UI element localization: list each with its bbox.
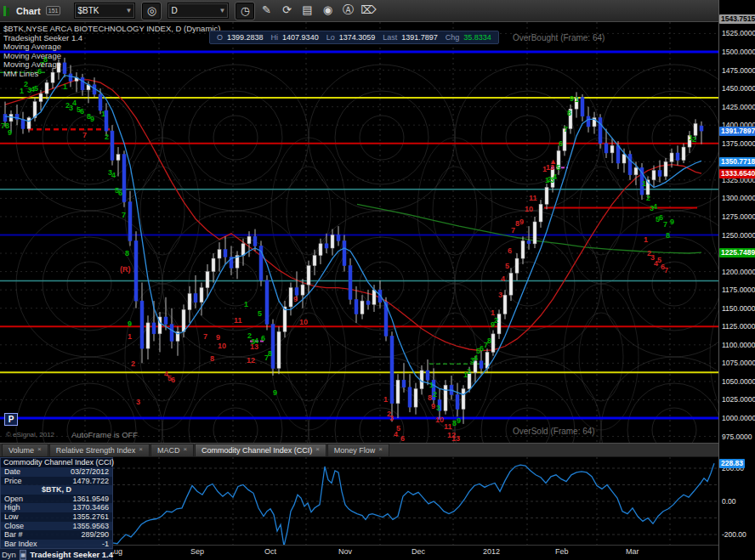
close-icon[interactable]: × (183, 445, 187, 453)
svg-text:8: 8 (487, 337, 491, 345)
tab-money-flow[interactable]: Money Flow × (327, 444, 389, 456)
price-tick: 1525.0000 (722, 29, 755, 37)
interval-value: D (171, 6, 177, 15)
main-chart-surface[interactable]: 7891234567812345689712345678(R)912345678… (0, 22, 718, 443)
chart-header-lines: $BTK,NYSE ARCA BIOTECHNOLOGY INDEX, D (D… (3, 25, 220, 78)
svg-text:1: 1 (642, 179, 646, 188)
price-tick: 1375.0000 (722, 139, 755, 148)
svg-text:6: 6 (171, 376, 175, 384)
svg-text:2: 2 (494, 316, 498, 325)
status-grid-icon[interactable]: ▦ (20, 550, 26, 560)
auto-a-icon[interactable]: Ⓐ (338, 2, 357, 19)
compass-target-icon[interactable]: ◎ (141, 2, 162, 20)
svg-text:9: 9 (216, 333, 220, 342)
svg-text:7: 7 (564, 125, 568, 133)
price-tick: 1200.0000 (722, 268, 755, 276)
close-icon[interactable]: × (139, 445, 143, 453)
price-axis: 1525.00001500.00001475.00001450.00001425… (718, 0, 755, 560)
svg-text:7: 7 (122, 211, 126, 219)
data-window-row: Bar #289/290 (1, 530, 112, 540)
price-tick: 1250.0000 (722, 231, 755, 240)
svg-text:13: 13 (451, 434, 460, 443)
price-tick: 1025.0000 (722, 395, 755, 404)
data-window-row: Bar Index-1 (1, 540, 112, 549)
header-line-5: MM Lines (3, 70, 220, 79)
svg-text:5: 5 (505, 262, 509, 270)
p-marker-badge[interactable]: P (4, 413, 18, 426)
svg-text:6: 6 (118, 189, 122, 197)
close-icon[interactable]: × (37, 445, 42, 453)
ohlc-item: Hi 1407.9340 (271, 33, 319, 42)
svg-text:9: 9 (90, 115, 94, 123)
svg-text:5: 5 (34, 84, 38, 93)
cci-tick: 0.00 (722, 497, 736, 506)
clock-icon[interactable]: ◷ (235, 2, 255, 20)
eraser-icon[interactable]: ⌦ (359, 2, 378, 19)
price-tick: 1500.0000 (722, 48, 755, 56)
close-icon[interactable]: × (378, 445, 383, 453)
svg-text:13: 13 (250, 342, 258, 351)
quote-window-icon[interactable]: ▤ (298, 2, 316, 19)
price-tick: 1450.0000 (722, 84, 755, 93)
tab-label: Money Flow (334, 446, 376, 455)
autoframe-status: AutoFrame is OFF (71, 430, 138, 439)
header-line-2: Moving Average (3, 42, 220, 52)
svg-text:2: 2 (131, 359, 135, 368)
svg-text:6: 6 (400, 434, 405, 443)
tab-commodity-channel-index-cci-[interactable]: Commodity Channel Index (CCI) × (195, 444, 326, 456)
interval-combo[interactable]: D ▼ (167, 3, 229, 19)
data-window-row: Low1355.2761 (1, 512, 112, 522)
svg-text:11: 11 (529, 194, 537, 202)
svg-text:7: 7 (82, 131, 87, 139)
svg-text:10: 10 (299, 318, 308, 326)
svg-text:(R): (R) (120, 265, 131, 274)
symbol-combo[interactable]: $BTK ▼ (74, 3, 135, 19)
app-candlestick-icon (3, 6, 9, 16)
ohlc-info-bar: O 1399.2838Hi 1407.9340Lo 1374.3059Last … (209, 31, 499, 44)
svg-text:2: 2 (646, 194, 650, 202)
svg-text:2: 2 (692, 135, 696, 144)
close-icon[interactable]: × (315, 445, 320, 453)
window-badge: 151 (46, 6, 61, 15)
svg-text:6: 6 (261, 334, 265, 342)
tab-volume[interactable]: Volume × (2, 444, 48, 456)
svg-text:10: 10 (435, 416, 444, 424)
oversold-label: OverSold (Frame: 64) (513, 427, 595, 436)
svg-text:1: 1 (429, 381, 434, 389)
data-window-row: Open1361.9549 (1, 495, 112, 504)
window-title: Chart (16, 6, 41, 16)
tab-macd[interactable]: MACD × (150, 444, 194, 456)
svg-text:7: 7 (663, 220, 667, 229)
svg-text:5: 5 (556, 163, 560, 172)
svg-text:9: 9 (570, 94, 574, 103)
header-line-4: Moving Average (3, 60, 220, 70)
svg-text:4: 4 (111, 171, 116, 179)
chevron-down-icon: ▼ (219, 7, 226, 14)
svg-text:8: 8 (125, 249, 129, 257)
refresh-icon[interactable]: ⟳ (277, 2, 296, 19)
svg-text:9: 9 (273, 388, 277, 397)
pencil-draw-icon[interactable]: ✎ (257, 2, 275, 19)
price-tick: 1075.0000 (722, 359, 755, 367)
data-window-row: Close1355.9563 (1, 522, 112, 531)
svg-text:3: 3 (136, 398, 140, 406)
tab-relative-strength-index[interactable]: Relative Strength Index × (49, 444, 150, 456)
axis-price-tag: 1391.7897 (719, 127, 755, 136)
svg-text:9: 9 (128, 320, 132, 328)
svg-text:8: 8 (268, 349, 272, 358)
svg-text:3: 3 (436, 404, 440, 412)
ohlc-item: Lo 1374.3059 (326, 33, 376, 42)
svg-text:11: 11 (234, 316, 242, 325)
play-circle-icon[interactable]: ◉ (318, 2, 337, 19)
svg-text:1: 1 (128, 332, 132, 341)
axis-high-tag: 1543.7515 (719, 14, 755, 24)
svg-text:11: 11 (444, 422, 452, 431)
esignal-copyright: © eSignal, 2012 (6, 431, 54, 438)
month-label: Oct (264, 547, 276, 556)
month-label: Dec (412, 547, 425, 556)
price-tick: 1125.0000 (722, 322, 755, 331)
month-label: Sep (190, 547, 204, 556)
svg-text:4: 4 (553, 173, 557, 181)
svg-text:1: 1 (244, 300, 248, 308)
price-tick: 1475.0000 (722, 66, 755, 75)
